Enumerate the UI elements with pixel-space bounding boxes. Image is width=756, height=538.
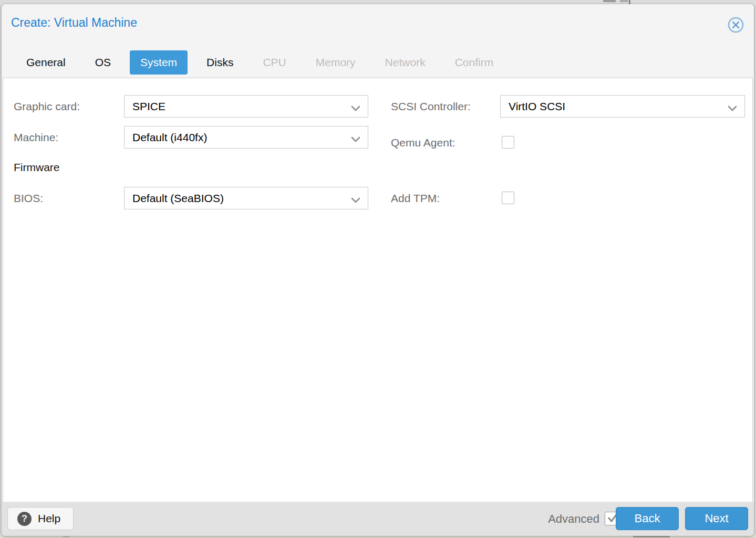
scsi-controller-label: SCSI Controller:	[391, 95, 471, 118]
chevron-down-icon	[728, 104, 737, 110]
wizard-tabbar: General OS System Disks CPU Memory Netwo…	[16, 50, 743, 75]
bios-label: BIOS:	[14, 187, 43, 209]
dialog-title: Create: Virtual Machine	[11, 16, 137, 30]
add-tpm-label: Add TPM:	[391, 187, 440, 209]
qemu-agent-checkbox[interactable]	[502, 136, 514, 149]
bios-dropdown[interactable]: Default (SeaBIOS)	[124, 187, 368, 209]
machine-dropdown[interactable]: Default (i440fx)	[124, 126, 368, 149]
firmware-section-header: Firmware	[14, 161, 60, 174]
chevron-down-icon	[351, 196, 360, 202]
bios-value: Default (SeaBIOS)	[132, 187, 224, 209]
back-button[interactable]: Back	[616, 507, 679, 530]
advanced-label: Advanced	[548, 502, 599, 536]
chevron-down-icon	[351, 135, 360, 141]
tab-general[interactable]: General	[16, 50, 76, 75]
question-circle-icon: ?	[17, 512, 32, 526]
next-button[interactable]: Next	[685, 507, 748, 530]
graphic-card-dropdown[interactable]: SPICE	[124, 95, 368, 118]
background-artifact	[620, 0, 628, 2]
graphic-card-value: SPICE	[132, 96, 165, 117]
create-vm-dialog: Create: Virtual Machine General OS Syste…	[2, 4, 754, 536]
qemu-agent-label: Qemu Agent:	[391, 131, 455, 154]
close-icon[interactable]	[728, 17, 744, 33]
tab-os[interactable]: OS	[85, 50, 121, 75]
tab-cpu: CPU	[252, 50, 296, 75]
dialog-footer: ? Help Advanced Back Next	[2, 502, 754, 536]
help-button[interactable]: ? Help	[7, 507, 74, 530]
scsi-controller-value: VirtIO SCSI	[509, 96, 565, 117]
tab-network: Network	[375, 50, 436, 75]
scsi-controller-dropdown[interactable]: VirtIO SCSI	[500, 95, 745, 118]
tab-confirm: Confirm	[444, 50, 504, 75]
machine-value: Default (i440fx)	[132, 126, 207, 148]
graphic-card-label: Graphic card:	[14, 95, 80, 118]
chevron-down-icon	[351, 104, 360, 110]
background-artifact	[603, 0, 616, 2]
add-tpm-checkbox[interactable]	[502, 192, 514, 204]
tab-memory: Memory	[305, 50, 366, 75]
machine-label: Machine:	[14, 126, 58, 149]
tab-disks[interactable]: Disks	[196, 50, 244, 75]
system-settings-panel: Graphic card: SPICE Machine: Default (i4…	[3, 78, 753, 506]
background-artifact	[63, 536, 69, 537]
help-button-label: Help	[38, 512, 60, 525]
tab-system[interactable]: System	[130, 50, 188, 75]
